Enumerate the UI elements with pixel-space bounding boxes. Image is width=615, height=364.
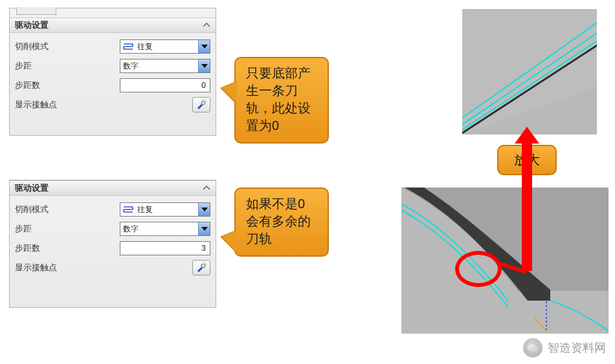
row-step-count: 步距数 3 (15, 239, 210, 258)
step-dropdown[interactable]: 数字 (120, 59, 210, 73)
step-count-input[interactable]: 3 (120, 241, 210, 255)
row-cut-mode: 切削模式 往复 (15, 200, 210, 219)
wechat-badge-icon (523, 338, 542, 358)
label-show-contact: 显示接触点 (15, 99, 118, 111)
label-cut-mode: 切削模式 (15, 41, 118, 52)
label-step-count: 步距数 (15, 80, 118, 91)
callout-text: 如果不是0会有多余的刀轨 (246, 197, 311, 246)
step-count-input[interactable]: 0 (120, 78, 210, 92)
dropdown-arrow-icon[interactable] (198, 203, 210, 216)
toolpath-figure (401, 187, 609, 334)
label-show-contact: 显示接触点 (15, 262, 118, 273)
flashlight-icon (196, 98, 207, 112)
step-value: 数字 (123, 224, 139, 235)
show-contact-button[interactable] (192, 97, 210, 112)
watermark-text: 智造资料网 (548, 340, 606, 356)
red-arrow-stem-icon (522, 189, 532, 271)
section-title: 驱动设置 (15, 19, 49, 31)
cut-mode-dropdown[interactable]: 往复 (120, 39, 210, 54)
section-header[interactable]: 驱动设置 (10, 180, 216, 196)
label-step-count: 步距数 (15, 242, 118, 254)
flashlight-icon (196, 261, 207, 275)
settings-rows: 切削模式 往复 步距 (10, 33, 216, 120)
cut-mode-value: 往复 (137, 41, 153, 52)
row-cut-mode: 切削模式 往复 (15, 37, 210, 56)
zoom-preview-figure (462, 9, 597, 134)
callout-text: 只要底部产生一条刀轨，此处设置为0 (246, 66, 311, 133)
callout-not-zero: 如果不是0会有多余的刀轨 (234, 187, 329, 257)
svg-marker-2 (462, 9, 597, 134)
svg-point-5 (531, 347, 538, 352)
step-count-value: 3 (201, 244, 206, 253)
cut-mode-value: 往复 (137, 204, 153, 215)
row-step: 步距 数字 (15, 219, 210, 239)
label-cut-mode: 切削模式 (15, 204, 118, 215)
row-show-contact: 显示接触点 (15, 258, 210, 277)
drive-settings-panel-2: 驱动设置 切削模式 往复 (9, 180, 216, 308)
zig-icon (123, 42, 135, 51)
callout-set-zero: 只要底部产生一条刀轨，此处设置为0 (234, 57, 329, 144)
step-value: 数字 (123, 61, 139, 72)
label-step: 步距 (15, 223, 118, 235)
step-dropdown[interactable]: 数字 (120, 222, 210, 236)
red-arrow-icon (522, 141, 532, 190)
label-step: 步距 (15, 60, 118, 72)
dropdown-arrow-icon[interactable] (198, 40, 210, 53)
callout-tail-icon (221, 81, 237, 103)
drive-settings-panel-1: 驱动设置 切削模式 往复 (9, 8, 216, 136)
svg-point-0 (201, 101, 205, 105)
row-show-contact: 显示接触点 (15, 95, 210, 114)
dropdown-arrow-icon[interactable] (198, 222, 210, 235)
dropdown-arrow-icon[interactable] (198, 59, 210, 72)
settings-rows: 切削模式 往复 步距 (10, 196, 216, 283)
cut-mode-dropdown[interactable]: 往复 (120, 202, 210, 217)
callout-tail-icon (221, 230, 237, 252)
section-title: 驱动设置 (15, 182, 49, 194)
row-step-count: 步距数 0 (15, 76, 210, 95)
collapse-chevron-icon[interactable] (203, 184, 210, 192)
section-header[interactable]: 驱动设置 (10, 17, 216, 33)
red-highlight-circle-icon (455, 251, 502, 287)
window-tab-stub (16, 7, 56, 15)
step-count-value: 0 (201, 81, 206, 90)
svg-point-1 (201, 264, 205, 268)
watermark: 智造资料网 (523, 338, 606, 358)
zig-icon (123, 205, 135, 214)
show-contact-button[interactable] (192, 260, 210, 275)
collapse-chevron-icon[interactable] (203, 21, 210, 29)
row-step: 步距 数字 (15, 56, 210, 76)
